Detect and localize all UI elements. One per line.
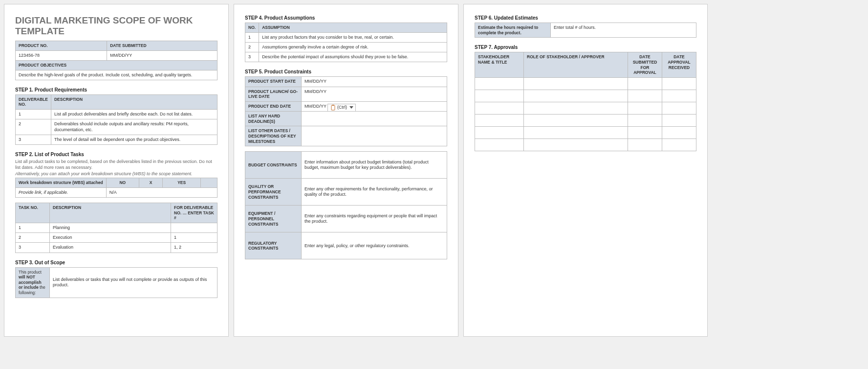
- table-row: 1List all product deliverables and brief…: [16, 110, 217, 119]
- step2-sub1: List all product tasks to be completed, …: [15, 159, 217, 170]
- table-row: 2Execution1: [16, 233, 217, 243]
- step6-table: Estimate the hours required to complete …: [475, 23, 696, 38]
- table-row: [475, 138, 696, 151]
- wbs-yes-val[interactable]: [201, 178, 217, 188]
- step4-title: STEP 4. Product Assumptions: [245, 15, 447, 21]
- page-3: STEP 6. Updated Estimates Estimate the h…: [463, 4, 708, 337]
- svg-rect-0: [331, 105, 335, 110]
- step7-h-name: STAKEHOLDER NAME & TITLE: [475, 52, 524, 78]
- document-title: DIGITAL MARKETING SCOPE OF WORK TEMPLATE: [15, 15, 217, 37]
- header-product-no: PRODUCT NO.: [16, 41, 107, 51]
- table-row: [475, 77, 696, 90]
- tasks-h-for: FOR DELIVERABLE NO. … ENTER TASK #: [171, 203, 217, 223]
- wbs-table: Work breakdown structure (WBS) attached …: [15, 178, 217, 198]
- table-row: 2Assumptions generally involve a certain…: [245, 42, 447, 52]
- step3-table: This product will NOT accomplish or incl…: [15, 267, 217, 298]
- link-label: Provide link, if applicable.: [16, 187, 107, 197]
- step1-h-no: DELIVERABLE NO.: [16, 94, 51, 109]
- table-row: 1List any product factors that you consi…: [245, 32, 447, 42]
- step7-title: STEP 7. Approvals: [475, 45, 696, 50]
- tasks-h-desc: DESCRIPTION: [50, 203, 171, 223]
- step3-value[interactable]: List deliverables or tasks that you will…: [50, 267, 217, 298]
- wbs-no: NO: [106, 178, 139, 188]
- wbs-x[interactable]: X: [139, 178, 163, 188]
- step6-label: Estimate the hours required to complete …: [475, 23, 551, 38]
- table-row: 1Planning: [16, 223, 217, 232]
- paste-options-popup[interactable]: (Ctrl): [327, 104, 356, 112]
- step4-h-assumption: ASSUMPTION: [259, 23, 447, 33]
- step4-table: NO. ASSUMPTION 1List any product factors…: [245, 23, 447, 62]
- chevron-down-icon: [349, 106, 353, 109]
- table-row: [475, 126, 696, 138]
- tasks-table: TASK NO. DESCRIPTION FOR DELIVERABLE NO.…: [15, 203, 217, 253]
- step7-h-sub: DATE SUBMITTED FOR APPROVAL: [628, 52, 662, 78]
- step2-title: STEP 2. List of Product Tasks: [15, 152, 217, 157]
- step1-title: STEP 1. Product Requirements: [15, 87, 217, 92]
- step5-dates: PRODUCT START DATEMM/DD/YY PRODUCT LAUNC…: [245, 76, 447, 146]
- step4-h-no: NO.: [245, 23, 259, 33]
- table-row: 3The level of detail will be dependent u…: [16, 135, 217, 144]
- link-value[interactable]: N/A: [106, 187, 217, 197]
- step2-sub2: Alternatively, you can attach your work …: [15, 171, 217, 177]
- svg-rect-1: [332, 105, 334, 106]
- end-date-cell[interactable]: MM/DD/YY (Ctrl): [302, 101, 447, 111]
- header-table: PRODUCT NO. DATE SUBMITTED 123456-78 MM/…: [15, 41, 217, 80]
- header-objectives: PRODUCT OBJECTIVES: [16, 60, 217, 70]
- step6-value[interactable]: Enter total # of hours.: [551, 23, 696, 38]
- wbs-yes: YES: [163, 178, 201, 188]
- page-1: DIGITAL MARKETING SCOPE OF WORK TEMPLATE…: [4, 4, 229, 337]
- tasks-h-no: TASK NO.: [16, 203, 50, 223]
- step1-h-desc: DESCRIPTION: [51, 94, 217, 109]
- page-2: STEP 4. Product Assumptions NO. ASSUMPTI…: [234, 4, 458, 337]
- wbs-label: Work breakdown structure (WBS) attached: [16, 178, 107, 188]
- cell-product-no[interactable]: 123456-78: [16, 50, 107, 60]
- step3-label: This product will NOT accomplish or incl…: [16, 267, 50, 298]
- table-row: 3Evaluation1, 2: [16, 243, 217, 253]
- step3-title: STEP 3. Out of Scope: [15, 260, 217, 265]
- clipboard-icon: [330, 105, 336, 111]
- step1-table: DELIVERABLE NO. DESCRIPTION 1List all pr…: [15, 94, 217, 145]
- step5-constraints: BUDGET CONSTRAINTSEnter information abou…: [245, 151, 447, 259]
- step7-table: STAKEHOLDER NAME & TITLE ROLE OF STAKEHO…: [475, 52, 696, 151]
- table-row: [475, 102, 696, 114]
- table-row: [475, 114, 696, 126]
- step6-title: STEP 6. Updated Estimates: [475, 15, 696, 21]
- table-row: 2Deliverables should include outputs and…: [16, 119, 217, 135]
- step7-h-rec: DATE APPROVAL RECEIVED: [662, 52, 696, 78]
- header-date-submitted: DATE SUBMITTED: [107, 41, 217, 51]
- cell-date-submitted[interactable]: MM/DD/YY: [107, 50, 217, 60]
- table-row: [475, 90, 696, 102]
- table-row: 3Describe the potential impact of assump…: [245, 52, 447, 62]
- step7-h-role: ROLE OF STAKEHOLDER / APPROVER: [524, 52, 628, 78]
- cell-objectives[interactable]: Describe the high-level goals of the pro…: [16, 70, 217, 80]
- step5-title: STEP 5. Product Constraints: [245, 69, 447, 74]
